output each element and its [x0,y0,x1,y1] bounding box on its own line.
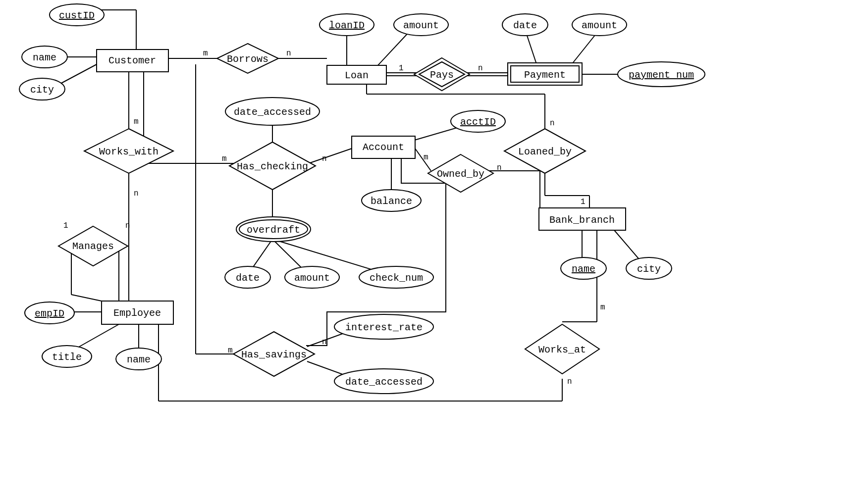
attr-cust-name-label: name [33,52,56,63]
card-mgr-1: 1 [63,221,68,230]
rel-borrows: Borrows [217,44,278,73]
rel-borrows-label: Borrows [227,53,268,65]
rel-works-at-label: Works_at [538,344,586,355]
attr-od-checknum-label: check_num [370,272,423,284]
attr-empid-label: empID [35,308,64,319]
rel-pays: Pays [414,58,470,91]
attr-empid: empID [25,302,74,324]
entity-employee: Employee [102,301,173,324]
entity-customer: Customer [97,50,168,72]
svg-line-39 [415,149,431,171]
entity-payment-label: Payment [524,69,566,81]
entity-bank-branch-label: Bank_branch [549,214,615,226]
rel-pays-label: Pays [430,69,454,81]
attr-od-amount: amount [285,266,339,288]
attr-custid: custID [50,4,104,26]
card-wa-m: m [600,303,605,312]
attr-pay-amount-label: amount [582,20,617,31]
card-hc-m: m [222,154,227,163]
attr-pay-date: date [502,14,548,36]
attr-balance-label: balance [371,196,412,207]
attr-od-checknum: check_num [359,266,433,288]
attr-pay-date-label: date [513,20,537,31]
attr-emp-title: title [42,346,92,367]
attr-cust-city: city [19,78,65,100]
entity-employee-label: Employee [113,307,161,319]
card-borrows-n: n [286,49,291,58]
entity-payment: Payment [508,63,582,85]
entity-loan: Loan [327,65,386,84]
attr-loan-amount: amount [394,14,448,36]
attr-loan-amount-label: amount [403,20,439,31]
card-lb-1: 1 [581,198,586,206]
attr-cust-city-label: city [30,84,54,96]
attr-bb-city-label: city [637,263,661,275]
rel-loaned-by-label: Loaned_by [518,146,572,157]
card-hc-n: n [322,154,327,163]
rel-has-checking-label: Has_checking [237,161,308,172]
attr-balance: balance [362,190,421,211]
attr-od-date-label: date [236,272,260,284]
entity-account: Account [352,136,415,158]
svg-line-8 [376,30,411,67]
attr-loanid-label: loanID [329,20,365,31]
attr-hs-date-accessed: date_accessed [334,369,433,394]
rel-manages-label: Manages [72,241,114,252]
card-hs-n: n [322,338,327,347]
attr-od-amount-label: amount [294,272,330,284]
attr-acctid-label: acctID [460,116,496,128]
attr-pay-amount: amount [572,14,627,36]
rel-owned-by: Owned_by [428,154,493,192]
rel-works-with-label: Works_with [99,146,159,157]
card-borrows-m: m [203,49,208,58]
rel-loaned-by: Loaned_by [504,129,586,173]
attr-acctid: acctID [451,110,505,132]
entity-bank-branch: Bank_branch [539,208,626,230]
card-ob-m: m [424,153,428,162]
attr-bb-city: city [626,257,672,279]
attr-overdraft-label: overdraft [247,224,300,236]
attr-emp-name: name [116,348,161,370]
card-ob-n: n [497,163,502,172]
rel-has-savings: Has_savings [233,332,315,376]
attr-bb-name-label: name [572,263,595,275]
attr-payment-num: payment_num [618,62,705,87]
card-pays-n: n [478,64,483,73]
card-hs-m: m [228,346,233,355]
rel-has-savings-label: Has_savings [241,349,307,360]
attr-od-date: date [225,266,270,288]
attr-hs-interest-label: interest_rate [345,322,423,333]
card-mgr-n: n [125,221,130,230]
attr-loanid: loanID [320,14,374,36]
rel-owned-by-label: Owned_by [437,168,484,180]
rel-has-checking: Has_checking [229,142,316,190]
card-ww-m: m [134,117,139,126]
attr-custid-label: custID [59,10,95,21]
card-ww-n: n [134,189,139,198]
rel-works-with: Works_with [84,129,173,173]
attr-payment-num-label: payment_num [629,69,694,81]
entity-loan-label: Loan [345,70,369,81]
attr-hc-date-accessed: date_accessed [225,98,320,125]
attr-emp-name-label: name [127,354,151,365]
rel-works-at: Works_at [525,324,599,374]
attr-hs-date-accessed-label: date_accessed [345,376,423,388]
rel-manages: Manages [58,226,128,266]
card-wa-n: n [567,377,572,386]
svg-line-36 [309,149,352,163]
card-lb-n: n [550,119,555,128]
attr-hs-interest: interest_rate [334,314,433,339]
svg-line-33 [71,295,102,301]
attr-bb-name: name [561,257,606,279]
attr-cust-name: name [22,46,67,68]
card-pays-1: 1 [399,64,404,73]
attr-overdraft: overdraft [236,217,311,242]
attr-hc-date-accessed-label: date_accessed [234,106,311,118]
entity-account-label: Account [363,142,404,153]
er-diagram: Customer Employee Loan Payment Account B… [0,0,852,504]
entity-customer-label: Customer [108,55,156,66]
attr-emp-title-label: title [52,352,82,363]
svg-line-3 [59,64,97,84]
